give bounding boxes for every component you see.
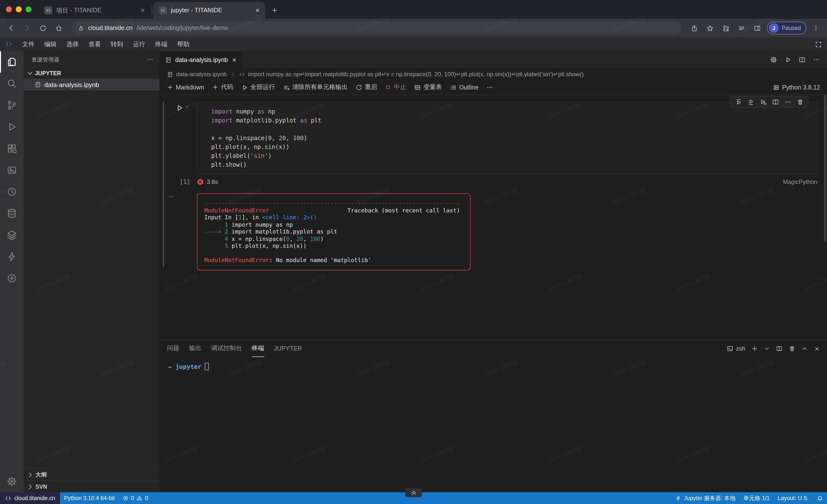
sidebar-item-notebook-file[interactable]: data-analysis.ipynb <box>23 79 159 91</box>
menu-lines-button[interactable] <box>735 22 748 35</box>
run-debug-activity-button[interactable] <box>0 116 23 138</box>
forward-button[interactable] <box>21 22 34 35</box>
tab-close-icon[interactable] <box>254 7 260 13</box>
kernel-picker-button[interactable]: Python 3.8.12 <box>773 84 820 91</box>
preview-activity-button[interactable] <box>0 159 23 181</box>
paused-label: Paused <box>782 25 801 31</box>
python-interpreter-status[interactable]: Python 3.10.4 64-bit <box>60 495 118 501</box>
menu-terminal[interactable]: 终端 <box>151 39 172 50</box>
menu-goto[interactable]: 转到 <box>106 39 128 50</box>
notebook-scrollbar[interactable] <box>824 95 826 242</box>
bookmark-star-button[interactable] <box>704 22 717 35</box>
delete-cell-icon[interactable] <box>796 98 804 106</box>
notifications-bell-icon[interactable] <box>813 495 827 501</box>
window-zoom-button[interactable] <box>26 6 32 12</box>
toolbar-more-actions-icon[interactable] <box>487 84 493 91</box>
panel-tab-terminal[interactable]: 终端 <box>252 340 264 357</box>
back-button[interactable] <box>5 22 18 35</box>
panel-tab-output[interactable]: 输出 <box>189 340 201 357</box>
keyboard-layout-status[interactable]: Layout: U.S. <box>774 495 813 501</box>
new-terminal-button[interactable] <box>751 345 758 352</box>
run-cell-button[interactable] <box>175 104 184 112</box>
editor-tab-close-icon[interactable] <box>231 57 237 63</box>
browser-tab-jupyter[interactable]: jupyter - TITANIDE <box>153 2 265 19</box>
restart-kernel-button[interactable]: 重启 <box>355 83 377 92</box>
run-all-button[interactable]: 全部运行 <box>241 83 275 92</box>
sidebar-section-svn[interactable]: SVN <box>23 481 159 492</box>
split-cell-icon[interactable] <box>772 98 779 106</box>
debug-cell-icon[interactable] <box>760 98 767 106</box>
notebook-settings-gear-icon[interactable] <box>770 56 777 63</box>
menu-file[interactable]: 文件 <box>18 39 39 50</box>
run-options-chevron-icon[interactable] <box>185 104 190 109</box>
reload-button[interactable] <box>37 22 49 35</box>
menu-selection[interactable]: 选择 <box>62 39 83 50</box>
output-more-actions-icon[interactable] <box>168 193 175 200</box>
editor-tab-notebook[interactable]: data-analysis.ipynb <box>160 51 242 68</box>
browser-menu-kebab-button[interactable] <box>809 22 822 35</box>
sidebar-more-actions-icon[interactable] <box>147 56 154 63</box>
search-activity-button[interactable] <box>0 73 23 95</box>
outline-button[interactable]: Outline <box>450 84 479 91</box>
editor-more-actions-icon[interactable] <box>813 56 820 63</box>
add-markdown-button[interactable]: Markdown <box>167 84 204 91</box>
layers-activity-button[interactable] <box>0 224 23 246</box>
cell-indicator-status[interactable]: 单元格 1/1 <box>739 494 774 502</box>
terminal-profile-button[interactable]: zsh <box>727 345 745 352</box>
menu-help[interactable]: 帮助 <box>173 39 194 50</box>
share-button[interactable] <box>688 22 701 35</box>
database-icon <box>6 208 17 219</box>
side-panel-button[interactable] <box>751 22 764 35</box>
panel-tab-debug-console[interactable]: 调试控制台 <box>211 340 242 357</box>
fullscreen-button[interactable] <box>815 41 822 48</box>
explorer-activity-button[interactable] <box>0 51 23 73</box>
source-control-activity-button[interactable] <box>0 95 23 116</box>
cell-language-mode[interactable]: MagicPython <box>783 178 817 185</box>
extensions-puzzle-button[interactable] <box>720 22 732 35</box>
extra-tools-activity-button[interactable] <box>0 268 23 289</box>
interrupt-button[interactable]: 中止 <box>385 83 406 92</box>
new-tab-button[interactable] <box>268 4 281 17</box>
split-terminal-icon[interactable] <box>776 345 783 352</box>
maximize-panel-icon[interactable] <box>801 345 808 352</box>
jupyter-server-status[interactable]: Jupyter 服务器: 本地 <box>672 494 739 502</box>
run-cell-and-below-icon[interactable] <box>747 98 755 106</box>
database-activity-button[interactable] <box>0 203 23 224</box>
history-activity-button[interactable] <box>0 181 23 203</box>
clear-outputs-button[interactable]: 清除所有单元格输出 <box>283 83 347 92</box>
panel-tab-problems[interactable]: 问题 <box>167 340 179 357</box>
tab-close-icon[interactable] <box>140 7 146 13</box>
problems-status[interactable]: 0 0 <box>118 495 152 501</box>
chevron-right-icon <box>27 483 34 490</box>
sidebar-section-outline[interactable]: 大纲 <box>23 468 159 481</box>
restore-panel-handle[interactable] <box>405 488 422 497</box>
extensions-activity-button[interactable] <box>0 138 23 159</box>
menu-view[interactable]: 查看 <box>84 39 105 50</box>
breadcrumb-file[interactable]: data-analysis.ipynb <box>176 71 227 78</box>
home-button[interactable] <box>52 22 65 35</box>
variables-button[interactable]: 变量表 <box>414 83 442 92</box>
address-bar[interactable]: cloud.titanide.cn/ide/web/coding/jupyter… <box>72 21 681 35</box>
panel-tab-jupyter[interactable]: JUPYTER <box>274 340 302 357</box>
remote-indicator[interactable]: cloud.titanide.cn <box>0 492 60 504</box>
browser-tab-project[interactable]: 项目 - TITANIDE <box>38 2 151 19</box>
add-code-button[interactable]: 代码 <box>212 83 233 92</box>
run-editor-icon[interactable] <box>784 56 791 63</box>
split-editor-icon[interactable] <box>798 56 806 63</box>
terminal-dropdown-chevron-icon[interactable] <box>764 346 770 351</box>
kill-terminal-icon[interactable] <box>789 345 795 352</box>
menu-edit[interactable]: 编辑 <box>40 39 61 50</box>
cell-code[interactable]: import numpy as npimport matplotlib.pypl… <box>197 102 818 175</box>
close-panel-icon[interactable] <box>814 345 820 352</box>
profile-paused-button[interactable]: J Paused <box>767 22 806 35</box>
run-cells-above-icon[interactable] <box>735 98 742 106</box>
menu-run[interactable]: 运行 <box>129 39 150 50</box>
window-minimize-button[interactable] <box>16 6 22 12</box>
cell-more-actions-icon[interactable] <box>784 98 791 106</box>
terminal-view[interactable]: →jupyter <box>160 357 827 492</box>
window-close-button[interactable] <box>6 6 12 12</box>
breadcrumb-cell[interactable]: import numpy as np↵import matplotlib.pyp… <box>248 71 584 78</box>
settings-button[interactable] <box>0 470 23 492</box>
sidebar-section-jupyter[interactable]: JUPYTER <box>23 68 159 79</box>
power-activity-button[interactable] <box>0 246 23 268</box>
